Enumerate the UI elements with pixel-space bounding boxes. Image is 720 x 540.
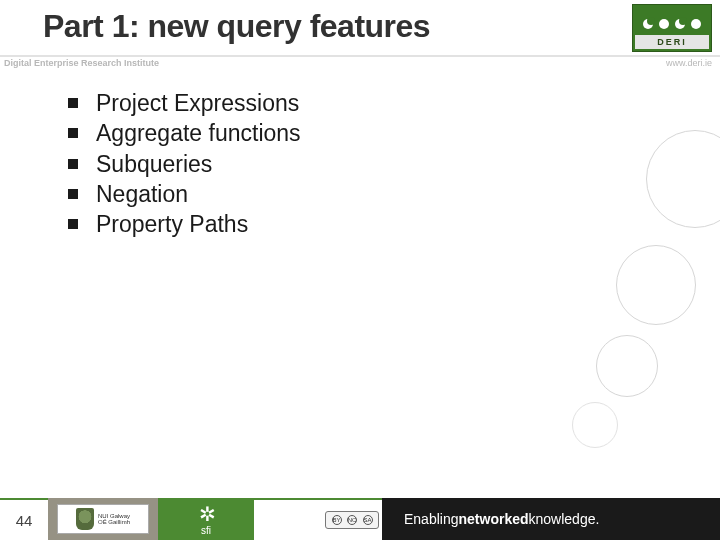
cc-by-icon: BY <box>332 515 342 525</box>
list-item: Negation <box>68 179 301 209</box>
list-item: Project Expressions <box>68 88 301 118</box>
tagline-bold: networked <box>459 511 529 527</box>
logo-text: DERI <box>657 37 687 47</box>
crest-icon <box>76 508 94 530</box>
tagline-pre: Enabling <box>404 511 459 527</box>
decor-circle-icon <box>616 245 696 325</box>
logo-dots <box>643 19 701 29</box>
sfi-text: sfi <box>201 525 211 536</box>
cc-sa-icon: SA <box>363 515 373 525</box>
nui-line2: OÉ Gaillimh <box>98 519 130 525</box>
nui-badge: NUI Galway OÉ Gaillimh <box>57 504 149 534</box>
cc-nc-icon: NC <box>347 515 357 525</box>
sfi-logo: ✲ sfi <box>158 498 254 540</box>
header-divider <box>0 55 720 57</box>
tagline: Enabling networked knowledge. <box>382 498 720 540</box>
logo-label-bar: DERI <box>635 35 709 49</box>
deri-logo: DERI <box>632 4 712 52</box>
nui-text: NUI Galway OÉ Gaillimh <box>98 513 130 525</box>
decor-circle-icon <box>646 130 720 228</box>
nui-galway-logo: NUI Galway OÉ Gaillimh <box>48 498 158 540</box>
cc-license: BY NC SA <box>322 498 382 540</box>
logo-dot-icon <box>643 19 653 29</box>
tagline-post: knowledge. <box>529 511 600 527</box>
footer: 44 NUI Galway OÉ Gaillimh ✲ sfi BY NC SA <box>0 498 720 540</box>
logo-dot-icon <box>675 19 685 29</box>
page-number: 44 <box>0 498 48 540</box>
slide-title: Part 1: new query features <box>43 8 430 45</box>
logo-dot-icon <box>691 19 701 29</box>
footer-gap <box>254 498 322 540</box>
list-item: Aggregate functions <box>68 118 301 148</box>
decor-circle-icon <box>572 402 618 448</box>
logo-dot-icon <box>659 19 669 29</box>
decor-circle-icon <box>596 335 658 397</box>
fan-icon: ✲ <box>199 503 213 525</box>
sfi-mark: ✲ sfi <box>199 503 213 536</box>
list-item: Property Paths <box>68 209 301 239</box>
slide: Part 1: new query features DERI Digital … <box>0 0 720 540</box>
institute-label: Digital Enterprise Research Institute <box>4 58 159 68</box>
site-url: www.deri.ie <box>666 58 712 68</box>
bullet-list: Project Expressions Aggregate functions … <box>68 88 301 240</box>
cc-badge-icon: BY NC SA <box>325 511 379 529</box>
list-item: Subqueries <box>68 149 301 179</box>
